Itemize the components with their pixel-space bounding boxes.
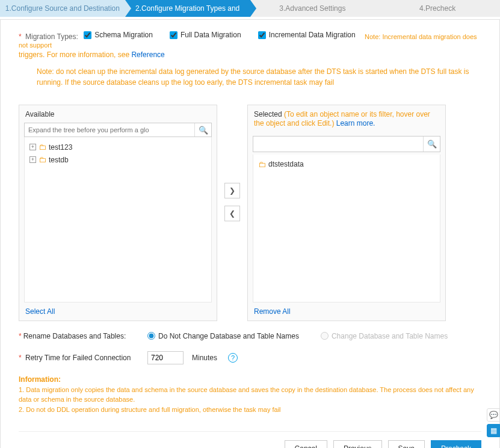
retry-unit: Minutes [192, 354, 217, 362]
learn-more-link[interactable]: Learn more. [336, 119, 375, 127]
config-panel: * Migration Types: Schema Migration Full… [0, 19, 500, 448]
migration-types-label: Migration Types: [25, 32, 78, 41]
expand-icon[interactable]: + [29, 156, 36, 163]
select-all-link[interactable]: Select All [25, 307, 55, 316]
cancel-button[interactable]: Cancel [285, 440, 327, 448]
rename-label: Rename Databases and Tables: [23, 332, 126, 340]
folder-icon: 🗀 [39, 155, 46, 164]
rename-no-change-radio[interactable]: Do Not Change Database and Table Names [147, 332, 299, 340]
full-data-migration-checkbox[interactable]: Full Data Migration [170, 31, 241, 39]
available-search-button[interactable]: 🔍 [194, 123, 211, 137]
move-left-button[interactable]: ❮ [224, 206, 240, 221]
rename-change-radio[interactable]: Change Database and Table Names [321, 332, 448, 340]
apps-icon[interactable]: ▦ [487, 424, 500, 437]
retry-label: Retry Time for Failed Connection [25, 354, 131, 362]
tree-item-test123[interactable]: + 🗀 test123 [28, 141, 208, 153]
save-button[interactable]: Save [388, 440, 425, 448]
step-4: 4.Precheck [375, 0, 500, 17]
selected-search-button[interactable]: 🔍 [423, 137, 440, 152]
triggers-text: triggers. For more information, see [19, 51, 131, 59]
search-icon: 🔍 [427, 140, 437, 149]
transfer-container: Available 🔍 + 🗀 test123 + 🗀 testdb Selec… [19, 105, 481, 321]
step-2[interactable]: 2.Configure Migration Types and [125, 0, 250, 17]
stepper: 1.Configure Source and Destination 2.Con… [0, 0, 500, 17]
selected-title: Selected (To edit an object name or its … [248, 105, 445, 132]
info-line-2: 2. Do not do DDL operation during struct… [19, 405, 481, 415]
selected-search-input[interactable] [253, 137, 423, 152]
move-right-button[interactable]: ❯ [224, 183, 240, 198]
selected-item-label: dtstestdata [268, 160, 304, 168]
selected-list: 🗀 dtstestdata [253, 155, 440, 302]
cleanup-warning: Note: do not clean up the incremental da… [37, 66, 481, 88]
selected-panel: Selected (To edit an object name or its … [247, 105, 446, 321]
remove-all-link[interactable]: Remove All [254, 307, 291, 316]
information-block: Information: 1. Data migration only copi… [19, 374, 481, 415]
retry-row: * Retry Time for Failed Connection Minut… [19, 351, 481, 364]
required-asterisk: * [19, 32, 22, 41]
footer-buttons: Cancel Previous Save Precheck [19, 431, 481, 448]
rename-row: *Rename Databases and Tables: Do Not Cha… [19, 332, 481, 340]
migration-types-row: * Migration Types: Schema Migration Full… [19, 31, 481, 49]
available-search-input[interactable] [25, 123, 194, 137]
available-tree: + 🗀 test123 + 🗀 testdb [24, 137, 212, 302]
tree-item-label: test123 [49, 143, 72, 152]
step-1[interactable]: 1.Configure Source and Destination [0, 0, 125, 17]
previous-button[interactable]: Previous [333, 440, 382, 448]
transfer-arrows: ❯ ❮ [224, 183, 240, 221]
folder-icon: 🗀 [39, 143, 46, 152]
selected-item-dtstestdata[interactable]: 🗀 dtstestdata [257, 158, 436, 171]
float-icons: 💬 ▦ [487, 408, 500, 437]
expand-icon[interactable]: + [29, 144, 36, 150]
schema-migration-checkbox[interactable]: Schema Migration [84, 31, 153, 39]
available-title: Available [19, 105, 217, 123]
retry-time-input[interactable] [147, 351, 184, 364]
chevron-left-icon: ❮ [229, 209, 235, 218]
available-panel: Available 🔍 + 🗀 test123 + 🗀 testdb Selec… [19, 105, 217, 321]
incremental-migration-checkbox[interactable]: Incremental Data Migration [258, 31, 356, 39]
reference-link[interactable]: Reference [131, 51, 164, 59]
tree-item-testdb[interactable]: + 🗀 testdb [28, 153, 208, 166]
step-3: 3.Advanced Settings [250, 0, 375, 17]
chevron-right-icon: ❯ [229, 186, 235, 195]
info-title: Information: [19, 374, 481, 385]
help-icon[interactable]: ? [228, 353, 238, 363]
chat-icon[interactable]: 💬 [487, 408, 500, 422]
folder-icon: 🗀 [258, 160, 266, 169]
info-line-1: 1. Data migration only copies the data a… [19, 385, 481, 405]
precheck-button[interactable]: Precheck [431, 440, 481, 448]
search-icon: 🔍 [199, 126, 208, 135]
tree-item-label: testdb [49, 156, 69, 164]
